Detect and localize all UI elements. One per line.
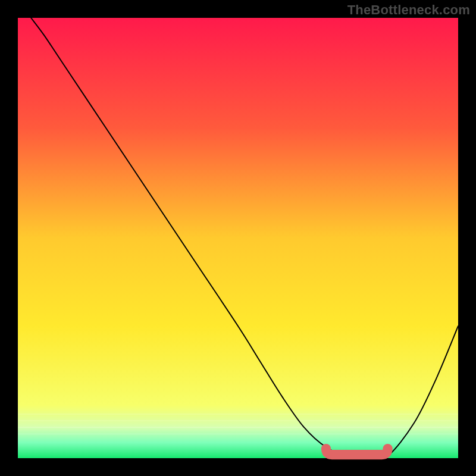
watermark-label: TheBottleneck.com	[347, 2, 470, 18]
plot-area	[18, 18, 458, 458]
bottleneck-chart: TheBottleneck.com	[0, 0, 476, 476]
chart-canvas	[0, 0, 476, 476]
